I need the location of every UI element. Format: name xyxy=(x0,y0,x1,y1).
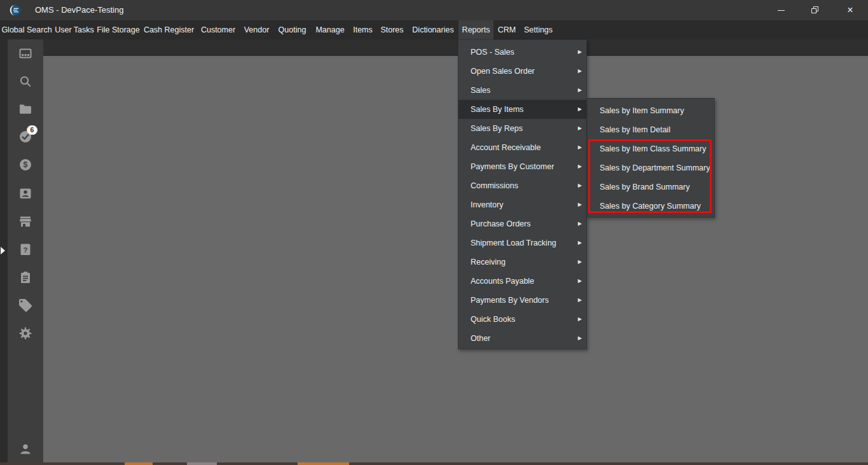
app-logo-icon xyxy=(9,4,22,17)
menu-item-customer[interactable]: Customer xyxy=(196,20,240,39)
menu-item-accounts-payable[interactable]: Accounts Payable▶ xyxy=(458,272,586,291)
menu-item-sales-by-brand-summary[interactable]: Sales by Brand Summary xyxy=(588,177,714,197)
menu-item-settings[interactable]: Settings xyxy=(520,20,556,39)
submenu-arrow-icon: ▶ xyxy=(578,233,582,253)
sidebar-item-files[interactable] xyxy=(8,99,43,119)
menu-item-stores[interactable]: Stores xyxy=(376,20,408,39)
sidebar-item-store[interactable] xyxy=(8,211,43,232)
sidebar-item-register[interactable] xyxy=(8,43,43,64)
sidebar-item-money[interactable]: $ xyxy=(8,155,43,175)
taskbar-segment xyxy=(125,462,153,465)
sidebar-item-settings[interactable] xyxy=(8,323,43,344)
restore-icon xyxy=(811,6,819,14)
main-canvas xyxy=(43,56,868,462)
minimize-button[interactable] xyxy=(766,0,796,20)
submenu-arrow-icon: ▶ xyxy=(578,253,582,272)
menu-item-vendor[interactable]: Vendor xyxy=(240,20,273,39)
menu-item-shipment-load-tracking[interactable]: Shipment Load Tracking▶ xyxy=(458,233,586,253)
submenu-arrow-icon: ▶ xyxy=(578,81,582,100)
menu-item-inventory[interactable]: Inventory▶ xyxy=(458,195,586,214)
menu-item-receiving[interactable]: Receiving▶ xyxy=(458,253,586,272)
menu-item-account-receivable[interactable]: Account Receivable▶ xyxy=(458,138,586,157)
menu-item-payments-by-vendors[interactable]: Payments By Vendors▶ xyxy=(458,291,586,310)
close-icon: × xyxy=(847,5,853,15)
money-icon: $ xyxy=(18,157,33,172)
svg-text:?: ? xyxy=(23,246,27,254)
store-icon xyxy=(18,214,33,229)
titlebar: OMS - DevPace-Testing × xyxy=(0,0,868,20)
sidebar-item-user[interactable] xyxy=(8,439,43,459)
menu-item-items[interactable]: Items xyxy=(349,20,376,39)
menu-item-user-tasks[interactable]: User Tasks xyxy=(53,20,95,39)
close-button[interactable]: × xyxy=(836,0,865,20)
menu-item-sales-by-item-class-summary[interactable]: Sales by Item Class Summary xyxy=(588,139,714,158)
register-icon xyxy=(18,46,33,61)
sidebar-item-contacts[interactable] xyxy=(8,183,43,204)
menu-item-purchase-orders[interactable]: Purchase Orders▶ xyxy=(458,214,586,233)
submenu-arrow-icon: ▶ xyxy=(578,43,582,62)
minimize-icon xyxy=(778,10,785,11)
submenu-arrow-icon: ▶ xyxy=(578,272,582,291)
sidebar-item-help-tasks[interactable]: ? xyxy=(8,239,43,260)
menu-item-reports[interactable]: Reports xyxy=(458,20,493,39)
search-icon xyxy=(18,74,33,89)
taskbar-segment xyxy=(298,462,349,465)
submenu-arrow-icon: ▶ xyxy=(578,100,582,119)
menu-item-sales-by-reps[interactable]: Sales By Reps▶ xyxy=(458,119,586,138)
menu-item-sales[interactable]: Sales▶ xyxy=(458,81,586,100)
menu-item-sales-by-item-summary[interactable]: Sales by Item Summary xyxy=(588,101,714,120)
menu-item-quoting[interactable]: Quoting xyxy=(273,20,311,39)
submenu-arrow-icon: ▶ xyxy=(578,310,582,329)
menu-item-sales-by-items[interactable]: Sales By Items▶ xyxy=(458,100,586,119)
svg-text:$: $ xyxy=(24,160,28,169)
toolbar-strip xyxy=(43,39,868,56)
sidebar-expand-arrow-icon[interactable] xyxy=(1,247,5,254)
menu-item-sales-by-category-summary[interactable]: Sales by Category Summary xyxy=(588,197,714,216)
settings-gear-icon xyxy=(18,326,33,341)
submenu-arrow-icon: ▶ xyxy=(578,195,582,214)
restore-button[interactable] xyxy=(801,0,830,20)
menu-item-open-sales-order[interactable]: Open Sales Order▶ xyxy=(458,62,586,81)
user-icon xyxy=(18,441,33,457)
menu-item-other[interactable]: Other▶ xyxy=(458,329,586,348)
submenu-arrow-icon: ▶ xyxy=(578,329,582,348)
submenu-arrow-icon: ▶ xyxy=(578,138,582,157)
menu-item-global-search[interactable]: Global Search xyxy=(0,20,53,39)
taskbar-sliver xyxy=(0,462,868,465)
menu-item-pos-sales[interactable]: POS - Sales▶ xyxy=(458,43,586,62)
menu-item-cash-register[interactable]: Cash Register xyxy=(141,20,196,39)
contact-icon xyxy=(18,186,33,201)
submenu-arrow-icon: ▶ xyxy=(578,291,582,310)
submenu-arrow-icon: ▶ xyxy=(578,157,582,176)
submenu-arrow-icon: ▶ xyxy=(578,119,582,138)
tag-icon xyxy=(18,298,33,313)
menu-item-payments-by-customer[interactable]: Payments By Customer▶ xyxy=(458,157,586,176)
tasks-badge: 6 xyxy=(27,125,38,135)
clipboard-question-icon: ? xyxy=(18,242,33,257)
menu-item-sales-by-item-detail[interactable]: Sales by Item Detail xyxy=(588,120,714,139)
assignment-icon xyxy=(18,270,33,285)
menu-item-dictionaries[interactable]: Dictionaries xyxy=(408,20,458,39)
submenu-arrow-icon: ▶ xyxy=(578,176,582,195)
submenu-arrow-icon: ▶ xyxy=(578,62,582,81)
sidebar-item-tasks[interactable] xyxy=(8,127,43,147)
window-title: OMS - DevPace-Testing xyxy=(35,0,123,20)
reports-dropdown-menu: POS - Sales▶ Open Sales Order▶ Sales▶ Sa… xyxy=(458,39,587,349)
menu-item-quick-books[interactable]: Quick Books▶ xyxy=(458,310,586,329)
submenu-arrow-icon: ▶ xyxy=(578,214,582,233)
sidebar-item-tags[interactable] xyxy=(8,295,43,316)
sales-by-items-submenu: Sales by Item Summary Sales by Item Deta… xyxy=(587,98,715,218)
sidebar-item-search[interactable] xyxy=(8,71,43,92)
menu-item-crm[interactable]: CRM xyxy=(493,20,520,39)
menu-item-file-storage[interactable]: File Storage xyxy=(95,20,141,39)
menu-item-commissions[interactable]: Commissions▶ xyxy=(458,176,586,195)
sidebar-item-assignments[interactable] xyxy=(8,267,43,288)
menu-item-manage[interactable]: Manage xyxy=(311,20,349,39)
menu-item-sales-by-department-summary[interactable]: Sales by Department Summary xyxy=(588,158,714,177)
menu-bar: Global Search User Tasks File Storage Ca… xyxy=(0,20,868,39)
taskbar-segment xyxy=(187,462,217,465)
folder-icon xyxy=(18,101,33,116)
